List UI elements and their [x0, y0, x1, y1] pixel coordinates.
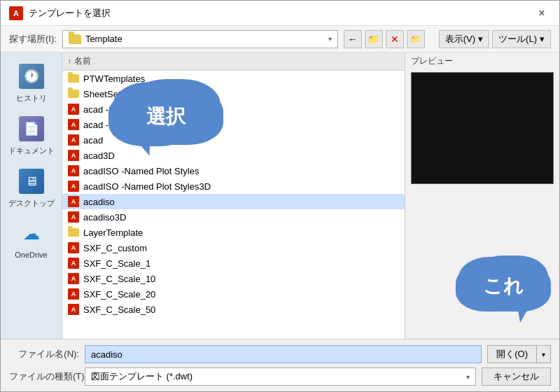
- folder-icon: [68, 228, 79, 237]
- column-name-label: 名前: [74, 55, 91, 67]
- sidebar-documents-label: ドキュメント: [8, 146, 55, 156]
- history-icon: 🕐: [18, 62, 46, 90]
- file-item-name: SXF_C_Scale_50: [83, 304, 399, 315]
- sidebar-onedrive-label: OneDrive: [15, 251, 47, 259]
- open-split-button[interactable]: ▾: [537, 345, 551, 363]
- onedrive-icon: ☁: [18, 220, 46, 248]
- filetype-label: ファイルの種類(T):: [9, 370, 79, 383]
- folder-icon: [68, 74, 79, 83]
- acad-icon: A: [68, 288, 79, 300]
- acad-icon: A: [68, 258, 79, 269]
- file-item-name: acadiso3D: [83, 212, 399, 223]
- sidebar-item-documents[interactable]: 📄 ドキュメント: [5, 111, 58, 160]
- preview-label: プレビュー: [405, 52, 559, 69]
- list-item-selected[interactable]: A acadiso: [62, 194, 405, 209]
- acad-icon: A: [68, 150, 79, 161]
- list-item[interactable]: SheetSets: [62, 86, 405, 102]
- location-text: Template: [85, 34, 324, 44]
- list-item[interactable]: A acadISO -Named Plot Styles3D: [62, 178, 405, 194]
- list-item[interactable]: A acad -Named Plot Styles3D: [62, 117, 405, 132]
- list-item[interactable]: A SXF_C_Scale_1: [62, 255, 405, 271]
- sidebar-history-label: ヒストリ: [16, 93, 47, 104]
- list-item[interactable]: A SXF_C_Scale_10: [62, 271, 405, 286]
- acad-icon: A: [68, 119, 79, 130]
- main-content: 🕐 ヒストリ 📄 ドキュメント 🖥 デスクトップ ☁ One: [1, 52, 559, 339]
- cancel-button[interactable]: キャンセル: [482, 368, 551, 386]
- back-button[interactable]: ←: [344, 30, 362, 48]
- file-item-name: LayerTemplate: [83, 227, 399, 238]
- dialog-title: テンプレートを選択: [29, 7, 533, 20]
- view-menu-label: 表示(V): [445, 33, 475, 46]
- location-dropdown[interactable]: Template ▾: [62, 30, 338, 48]
- filename-value: acadiso: [91, 349, 122, 360]
- file-item-name: acad -Named Plot Styles3D: [83, 120, 399, 130]
- file-item-name: SheetSets: [83, 89, 399, 99]
- list-item[interactable]: A acad -Named Plot Styles: [62, 102, 405, 117]
- list-item[interactable]: A SXF_C_Scale_20: [62, 286, 405, 302]
- tools-menu-label: ツール(L): [498, 33, 537, 46]
- acad-icon: A: [68, 181, 79, 192]
- acad-icon: A: [68, 104, 79, 115]
- sidebar: 🕐 ヒストリ 📄 ドキュメント 🖥 デスクトップ ☁ One: [1, 52, 62, 339]
- acad-icon: A: [68, 165, 79, 176]
- file-item-name: acadiso: [83, 197, 399, 207]
- desktop-icon: 🖥: [18, 167, 46, 195]
- filetype-row: ファイルの種類(T): 図面テンプレート (*.dwt) ▾ キャンセル: [9, 368, 551, 386]
- file-list[interactable]: PTWTemplates SheetSets A acad -Named Plo…: [62, 71, 405, 339]
- sidebar-item-onedrive[interactable]: ☁ OneDrive: [5, 216, 58, 263]
- right-menu-buttons: 表示(V) ▾ ツール(L) ▾: [439, 30, 551, 48]
- sidebar-desktop-label: デスクトップ: [8, 198, 55, 209]
- file-list-header: ↑ 名前: [62, 52, 405, 71]
- list-item[interactable]: A SXF_C_Scale_50: [62, 302, 405, 317]
- filename-input[interactable]: acadiso: [85, 345, 482, 363]
- acad-icon: A: [68, 211, 79, 223]
- filetype-value: 図面テンプレート (*.dwt): [91, 370, 463, 383]
- list-item[interactable]: PTWTemplates: [62, 71, 405, 86]
- list-item[interactable]: A SXF_C_custom: [62, 240, 405, 255]
- acad-icon: A: [68, 196, 79, 207]
- file-panel: ↑ 名前 PTWTemplates SheetSets A acad -Name…: [62, 52, 405, 339]
- view-menu-arrow: ▾: [478, 34, 483, 44]
- file-item-name: acad -Named Plot Styles: [83, 104, 399, 115]
- folder-up-button[interactable]: 📁: [407, 30, 425, 48]
- list-item[interactable]: A acadiso3D: [62, 209, 405, 225]
- sidebar-item-desktop[interactable]: 🖥 デスクトップ: [5, 163, 58, 213]
- acad-icon: A: [68, 273, 79, 284]
- location-chevron-icon: ▾: [328, 35, 332, 43]
- filetype-select[interactable]: 図面テンプレート (*.dwt) ▾: [85, 368, 476, 386]
- dialog: A テンプレートを選択 × 探す場所(I): Template ▾ ← 📁 ✕ …: [0, 0, 560, 392]
- sidebar-item-history[interactable]: 🕐 ヒストリ: [5, 58, 58, 108]
- acad-icon: A: [68, 134, 79, 146]
- close-button[interactable]: ×: [533, 4, 551, 22]
- filename-label: ファイル名(N):: [9, 348, 79, 360]
- acad-icon: A: [68, 242, 79, 253]
- file-item-name: PTWTemplates: [83, 74, 399, 84]
- list-item[interactable]: A acadISO -Named Plot Styles: [62, 163, 405, 178]
- preview-image: [411, 72, 554, 184]
- title-bar: A テンプレートを選択 ×: [1, 1, 559, 26]
- acad-icon: A: [68, 304, 79, 315]
- tools-menu-arrow: ▾: [540, 34, 545, 44]
- file-item-name: acad: [83, 135, 399, 146]
- folder-icon: [68, 90, 79, 98]
- file-item-name: acadISO -Named Plot Styles3D: [83, 181, 399, 192]
- list-item[interactable]: A acad3D: [62, 148, 405, 163]
- location-bar: 探す場所(I): Template ▾ ← 📁 ✕ 📁 表示(V) ▾ ツール(…: [1, 26, 559, 52]
- delete-button[interactable]: ✕: [386, 30, 404, 48]
- location-label: 探す場所(I):: [9, 33, 57, 46]
- file-item-name: SXF_C_Scale_20: [83, 289, 399, 300]
- list-item[interactable]: LayerTemplate: [62, 225, 405, 240]
- cancel-button-label: キャンセル: [493, 370, 539, 383]
- sort-arrow-icon: ↑: [68, 57, 71, 65]
- file-item-name: SXF_C_custom: [83, 243, 399, 253]
- folder-icon: [69, 34, 81, 44]
- filename-row: ファイル名(N): acadiso 開く(O) ▾: [9, 345, 551, 363]
- file-item-name: SXF_C_Scale_10: [83, 274, 399, 284]
- open-button[interactable]: 開く(O): [487, 345, 537, 363]
- view-menu-button[interactable]: 表示(V) ▾: [439, 30, 489, 48]
- preview-panel: プレビュー: [405, 52, 559, 339]
- tools-menu-button[interactable]: ツール(L) ▾: [492, 30, 551, 48]
- new-folder-button[interactable]: 📁: [365, 30, 383, 48]
- list-item[interactable]: A acad: [62, 132, 405, 148]
- file-item-name: acadISO -Named Plot Styles: [83, 166, 399, 176]
